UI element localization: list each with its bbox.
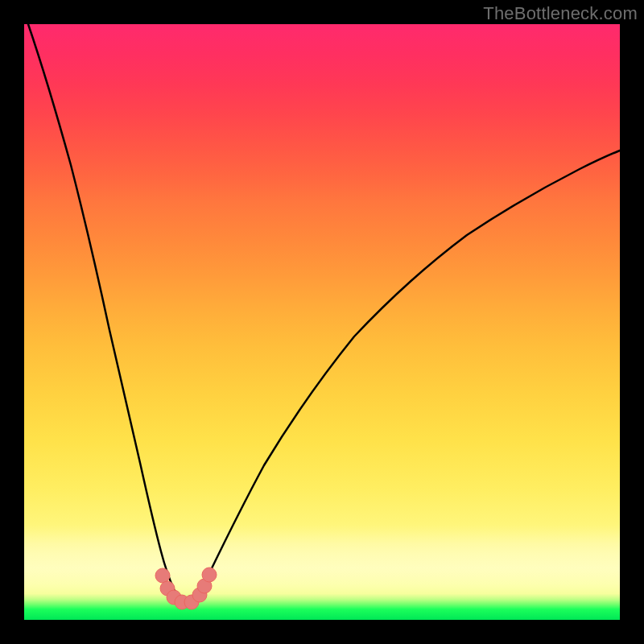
trough-marker-group — [155, 568, 217, 609]
watermark-text: TheBottleneck.com — [483, 3, 638, 24]
curve-layer — [24, 24, 620, 620]
trough-marker — [155, 568, 170, 583]
right-branch-curve — [190, 151, 620, 602]
chart-frame: TheBottleneck.com — [0, 0, 644, 644]
left-branch-curve — [28, 24, 184, 602]
trough-marker — [202, 568, 217, 582]
